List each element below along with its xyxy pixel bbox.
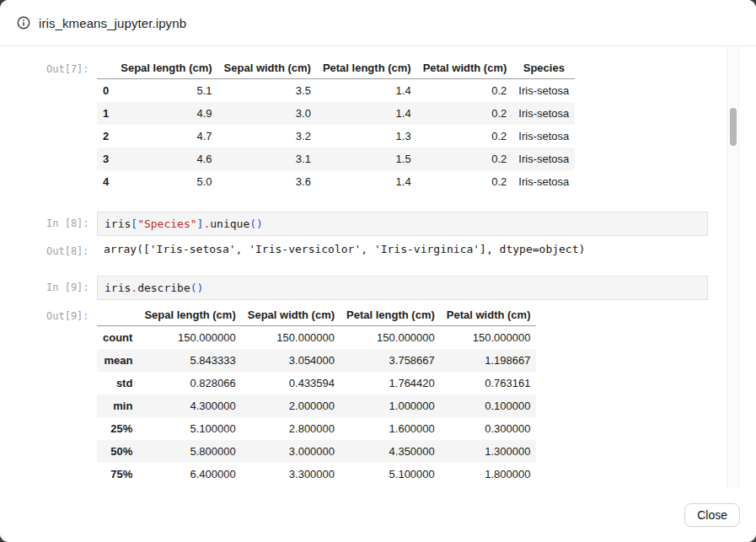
table-row: 24.73.21.30.2Iris-setosa (97, 125, 575, 148)
table-cell: 5.1 (115, 79, 217, 103)
row-index: min (97, 394, 138, 417)
table-cell: Iris-setosa (512, 125, 575, 148)
table-row: 45.03.61.40.2Iris-setosa (97, 170, 575, 193)
table-cell: 3.758667 (340, 349, 441, 372)
in-prompt-8: In [8]: (46, 212, 97, 229)
table-cell: 4.300000 (138, 394, 241, 417)
table-cell: 0.828066 (138, 372, 241, 394)
dialog-title: iris_kmeans_jupyter.ipynb (39, 16, 186, 30)
table-cell: 4.7 (115, 125, 217, 148)
code-token-bracket: ) (256, 217, 263, 230)
table-cell: 0.763161 (441, 372, 537, 394)
row-index: 50% (97, 440, 138, 463)
table-cell: 0.2 (417, 170, 513, 193)
code-input-8: iris["Species"].unique() (97, 212, 708, 236)
row-index: 3 (97, 148, 115, 170)
column-header: Petal length (cm) (317, 57, 417, 79)
table-cell: 1.000000 (340, 394, 441, 417)
code-token-operator: . (131, 282, 137, 294)
table-cell: 1.5 (317, 148, 417, 170)
notebook-preview-dialog: iris_kmeans_jupyter.ipynb Out[7]: Sepal … (0, 0, 756, 542)
info-icon (17, 16, 30, 30)
table-cell: 0.100000 (441, 394, 537, 417)
close-button[interactable]: Close (684, 503, 740, 527)
code-token-plain: describe (137, 282, 190, 294)
row-index: 25% (97, 417, 138, 440)
code-token-bracket: [ (131, 217, 137, 230)
table-cell: 2.000000 (242, 394, 340, 417)
row-index: 2 (97, 125, 115, 148)
table-cell: 3.0 (218, 102, 317, 125)
table-cell: 1.4 (317, 79, 417, 103)
table-row: min4.3000002.0000001.0000000.100000 (97, 394, 536, 417)
table-cell: 4.6 (115, 148, 217, 170)
table-cell: 3.300000 (242, 463, 340, 486)
table-cell: 0.433594 (242, 372, 340, 394)
table-cell: 4.350000 (340, 440, 441, 463)
output-cell-8: Out[8]: array(['Iris-setosa', 'Iris-vers… (46, 239, 756, 259)
table-row: 05.13.51.40.2Iris-setosa (97, 79, 575, 103)
table-cell: Iris-setosa (512, 79, 575, 103)
row-index: mean (97, 349, 138, 372)
table-row: 25%5.1000002.8000001.6000000.300000 (97, 417, 536, 440)
code-token-plain: iris (105, 217, 131, 230)
table-row: 75%6.4000003.3000005.1000001.800000 (97, 463, 536, 486)
table-cell: 0.2 (417, 148, 513, 170)
in-prompt-9: In [9]: (46, 276, 97, 293)
table-cell: Iris-setosa (512, 102, 575, 125)
column-header: Sepal width (cm) (242, 304, 340, 326)
code-token-plain: unique (210, 217, 249, 230)
table-cell: 1.300000 (441, 440, 537, 463)
table-cell: 1.4 (317, 170, 417, 193)
table-cell: Iris-setosa (512, 148, 575, 170)
column-header: Petal length (cm) (340, 304, 441, 326)
table-cell: 3.6 (218, 170, 317, 193)
dialog-footer: Close (0, 488, 756, 542)
table-cell: 0.2 (417, 102, 513, 125)
table-cell: 150.000000 (441, 326, 537, 350)
table-cell: 3.5 (218, 79, 317, 103)
table-cell: 150.000000 (340, 326, 441, 350)
code-token-bracket: ( (190, 282, 197, 294)
table-row: 50%5.8000003.0000004.3500001.300000 (97, 440, 536, 463)
table-row: count150.000000150.000000150.000000150.0… (97, 326, 536, 350)
column-header: Sepal width (cm) (218, 57, 317, 79)
code-token-bracket: ( (249, 217, 256, 230)
table-row: 34.63.11.50.2Iris-setosa (97, 148, 575, 170)
code-token-plain: iris (105, 282, 131, 294)
out-prompt-9: Out[9]: (46, 304, 97, 322)
column-header: Sepal length (cm) (115, 57, 217, 79)
table-cell: 150.000000 (138, 326, 241, 350)
row-index: count (97, 326, 138, 350)
table-cell: 0.2 (417, 79, 513, 103)
index-column-header (97, 304, 138, 326)
table-cell: 5.100000 (340, 463, 441, 486)
table-cell: 0.2 (417, 125, 513, 148)
table-cell: 3.054000 (242, 349, 340, 372)
table-cell: 1.764420 (340, 372, 441, 394)
column-header: Petal width (cm) (441, 304, 537, 326)
table-cell: 4.9 (115, 102, 217, 125)
vertical-scrollbar-thumb[interactable] (730, 108, 737, 146)
table-cell: 0.300000 (441, 417, 537, 440)
vertical-scrollbar-track[interactable] (727, 47, 739, 487)
table-cell: 5.0 (115, 170, 217, 193)
table-cell: 5.800000 (138, 440, 241, 463)
code-cell-8: In [8]: iris["Species"].unique() (46, 212, 756, 236)
dialog-header: iris_kmeans_jupyter.ipynb (0, 0, 756, 46)
out-prompt-8: Out[8]: (46, 239, 97, 257)
code-input-9: iris.describe() (97, 276, 708, 300)
row-index: 1 (97, 102, 115, 125)
row-index: 75% (97, 463, 138, 486)
code-token-string: "Species" (137, 217, 196, 230)
table-cell: 1.3 (317, 125, 417, 148)
column-header: Species (512, 57, 575, 79)
table-cell: 3.1 (218, 148, 317, 170)
notebook-content: Out[7]: Sepal length (cm)Sepal width (cm… (0, 47, 756, 487)
code-token-bracket: ) (197, 282, 204, 294)
table-cell: 2.800000 (242, 417, 340, 440)
dataframe-describe-table: Sepal length (cm)Sepal width (cm)Petal l… (97, 304, 536, 486)
column-header: Sepal length (cm) (138, 304, 241, 326)
column-header: Petal width (cm) (417, 57, 513, 79)
table-row: std0.8280660.4335941.7644200.763161 (97, 372, 536, 394)
